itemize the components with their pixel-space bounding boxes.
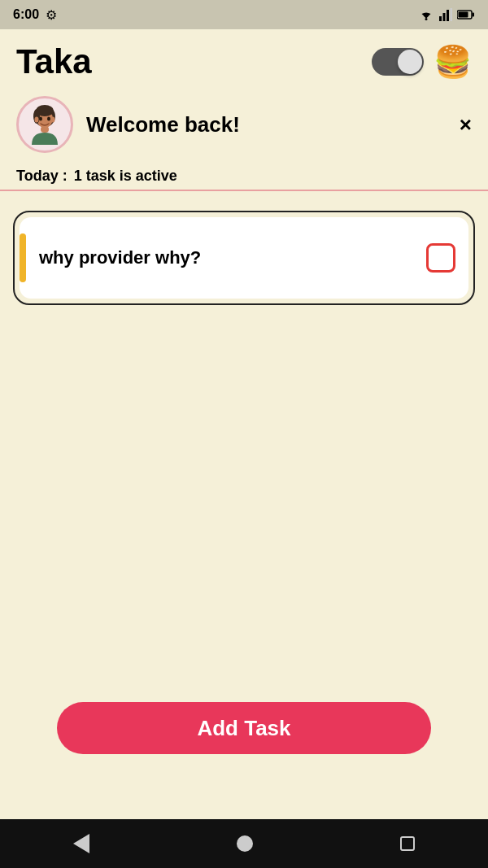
divider (0, 190, 488, 191)
main-content: Taka 🍔 (0, 29, 488, 819)
welcome-row: Welcome back! × (86, 112, 472, 137)
svg-point-15 (35, 117, 39, 123)
burger-menu-icon[interactable]: 🍔 (434, 44, 472, 80)
task-priority-indicator (20, 233, 26, 282)
app-title: Taka (16, 42, 92, 81)
signal-icon (439, 8, 452, 21)
wifi-icon (418, 8, 434, 21)
task-count-text: 1 task is active (74, 168, 177, 185)
svg-rect-4 (451, 8, 453, 21)
svg-point-0 (425, 18, 428, 20)
status-bar: 6:00 ⚙ (0, 0, 488, 29)
svg-rect-1 (439, 16, 442, 21)
battery-icon (457, 9, 475, 20)
task-card-wrapper: why provider why? (13, 211, 475, 305)
task-card: why provider why? (20, 217, 468, 299)
svg-rect-3 (447, 10, 449, 21)
today-label: Today : (16, 168, 68, 185)
svg-point-13 (39, 117, 42, 121)
add-task-button[interactable]: Add Task (57, 702, 431, 754)
nav-back-button[interactable] (73, 834, 89, 853)
task-checkbox[interactable] (426, 243, 455, 273)
status-time: 6:00 (13, 7, 39, 22)
svg-rect-6 (473, 13, 475, 17)
today-bar: Today : 1 task is active (0, 164, 488, 190)
welcome-text-area: Welcome back! × (86, 112, 472, 137)
svg-rect-12 (41, 126, 49, 133)
avatar-image (20, 100, 69, 149)
svg-point-14 (47, 117, 50, 121)
nav-recent-button[interactable] (400, 836, 415, 851)
gear-icon: ⚙ (46, 7, 57, 23)
svg-rect-2 (443, 13, 446, 21)
bottom-nav (0, 819, 488, 868)
header-right: 🍔 (372, 44, 472, 80)
task-text: why provider why? (39, 247, 426, 268)
svg-point-16 (51, 117, 55, 123)
welcome-text: Welcome back! (86, 112, 240, 137)
theme-toggle[interactable] (372, 48, 424, 76)
app-header: Taka 🍔 (0, 29, 488, 88)
avatar (16, 96, 73, 153)
status-icons (418, 8, 475, 21)
close-icon[interactable]: × (460, 114, 472, 135)
toggle-knob (398, 50, 422, 74)
nav-home-button[interactable] (237, 835, 253, 852)
svg-rect-7 (459, 12, 468, 18)
welcome-section: Welcome back! × (0, 88, 488, 164)
